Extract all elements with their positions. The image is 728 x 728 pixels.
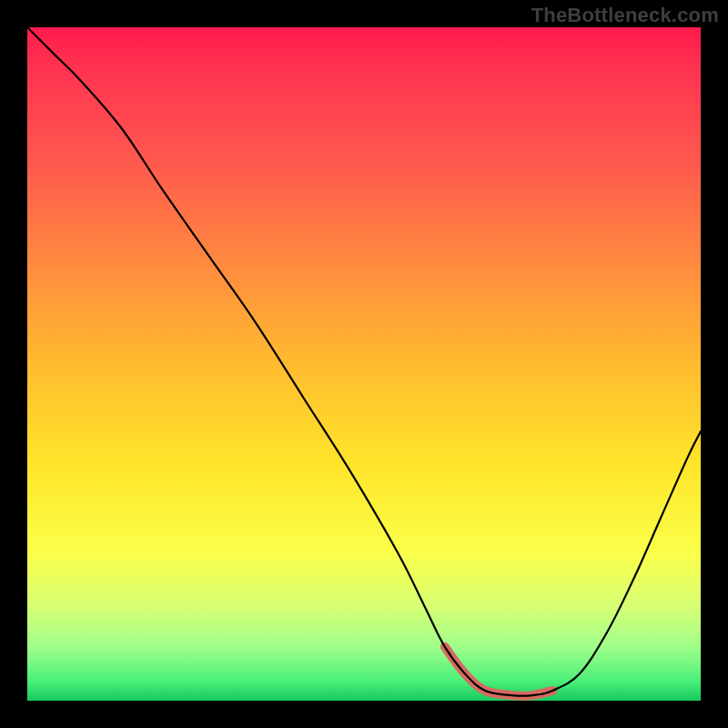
highlight-segment bbox=[445, 647, 552, 696]
curve-svg bbox=[27, 27, 701, 701]
plot-area bbox=[27, 27, 701, 701]
chart-frame: TheBottleneck.com bbox=[0, 0, 728, 728]
watermark-text: TheBottleneck.com bbox=[531, 4, 719, 27]
bottleneck-curve bbox=[27, 27, 701, 696]
